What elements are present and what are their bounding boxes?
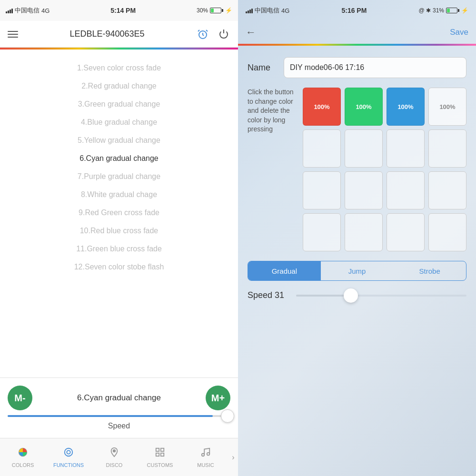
menu-button[interactable] — [8, 31, 18, 38]
left-status-right: 30% ⚡ — [197, 7, 232, 14]
function-item-1[interactable]: 1.Seven color cross fade — [0, 59, 238, 77]
right-carrier-label: 中国电信 — [255, 6, 279, 15]
color-cell-11[interactable] — [428, 171, 466, 209]
color-cell-13[interactable] — [345, 213, 383, 251]
function-item-6[interactable]: 6.Cyan gradual change — [0, 149, 238, 168]
color-cell-9[interactable] — [345, 171, 383, 209]
function-item-4[interactable]: 4.Blue gradual change — [0, 113, 238, 131]
nav-label-colors: COLORS — [12, 462, 34, 468]
function-item-3[interactable]: 3.Green gradual change — [0, 95, 238, 113]
mode-tabs: GradualJumpStrobe — [248, 261, 466, 281]
name-row: Name — [248, 57, 466, 78]
right-speed-label: Speed 31 — [248, 290, 290, 300]
right-status-right: @ ✱ 31% ⚡ — [418, 7, 468, 14]
function-item-7[interactable]: 7.Purple gradual change — [0, 168, 238, 186]
nav-item-functions[interactable]: FUNCTIONS — [46, 447, 91, 468]
left-header: LEDBLE-940063E5 — [0, 21, 238, 48]
back-button[interactable]: ← — [246, 26, 256, 39]
nav-item-disco[interactable]: DISCO — [91, 447, 137, 468]
color-cell-3[interactable]: 100% — [428, 88, 466, 126]
nav-label-disco: DISCO — [106, 462, 123, 468]
color-cell-6[interactable] — [387, 129, 425, 168]
right-panel: 中国电信 4G 5:16 PM @ ✱ 31% ⚡ ← Save Name — [238, 0, 476, 476]
speed-label: Speed — [108, 422, 130, 430]
right-header: ← Save — [238, 21, 476, 44]
battery-percent-label: 30% — [197, 7, 208, 14]
m-plus-button[interactable]: M+ — [206, 386, 230, 410]
nav-item-colors[interactable]: COLORS — [0, 447, 46, 468]
speed-slider[interactable] — [8, 415, 230, 417]
svg-rect-5 — [161, 448, 164, 451]
current-mode-label: 6.Cyan gradual change — [77, 393, 161, 403]
bolt-icon: ⚡ — [225, 7, 232, 14]
svg-point-3 — [113, 449, 116, 452]
color-cell-15[interactable] — [428, 213, 466, 251]
bottom-nav: COLORSFUNCTIONSDISCOCUSTOMSMUSIC› — [0, 438, 238, 476]
nav-icon-customs — [155, 447, 165, 460]
right-content: Name Click the button to change color an… — [238, 46, 476, 476]
color-section: Click the button to change color and del… — [248, 88, 466, 251]
m-minus-button[interactable]: M- — [8, 386, 32, 410]
color-cell-14[interactable] — [387, 213, 425, 251]
name-input[interactable] — [284, 57, 466, 78]
right-battery-label: 31% — [433, 7, 444, 14]
svg-rect-4 — [156, 448, 159, 451]
battery-icon — [210, 8, 223, 13]
function-list: 1.Seven color cross fade2.Red gradual ch… — [0, 50, 238, 377]
alarm-button[interactable] — [196, 28, 209, 41]
right-status-left: 中国电信 4G — [246, 6, 289, 15]
right-network-label: 4G — [281, 7, 289, 14]
color-cell-4[interactable] — [303, 129, 341, 168]
function-item-12[interactable]: 12.Seven color stobe flash — [0, 258, 238, 276]
signal-icon — [6, 8, 13, 13]
nav-label-functions: FUNCTIONS — [53, 462, 84, 468]
color-cell-7[interactable] — [428, 129, 466, 168]
color-cell-12[interactable] — [303, 213, 341, 251]
tab-jump[interactable]: Jump — [321, 261, 394, 280]
name-label: Name — [248, 63, 276, 73]
nav-label-customs: CUSTOMS — [147, 462, 173, 468]
right-battery-icon — [446, 8, 459, 13]
function-item-9[interactable]: 9.Red Green cross fade — [0, 204, 238, 222]
function-item-10[interactable]: 10.Red blue cross fade — [0, 222, 238, 240]
color-cell-10[interactable] — [387, 171, 425, 209]
power-button[interactable] — [217, 28, 230, 41]
color-cell-5[interactable] — [345, 129, 383, 168]
carrier-label: 中国电信 — [15, 6, 40, 15]
nav-icon-functions — [63, 447, 74, 460]
right-speed-slider[interactable] — [296, 295, 466, 297]
mode-controls-row: M- 6.Cyan gradual change M+ — [8, 386, 230, 410]
bottom-mode-section: M- 6.Cyan gradual change M+ Speed — [0, 377, 238, 438]
right-signal-icon — [246, 8, 253, 13]
svg-point-2 — [67, 450, 70, 454]
tab-strobe[interactable]: Strobe — [393, 261, 466, 280]
nav-label-music: MUSIC — [197, 462, 214, 468]
nav-item-customs[interactable]: CUSTOMS — [137, 447, 183, 468]
color-cell-0[interactable]: 100% — [303, 88, 341, 126]
time-label: 5:14 PM — [110, 7, 136, 14]
right-status-bar: 中国电信 4G 5:16 PM @ ✱ 31% ⚡ — [238, 0, 476, 21]
nav-icon-disco — [109, 447, 119, 460]
left-panel: 中国电信 4G 5:14 PM 30% ⚡ LEDBLE-940063E5 — [0, 0, 238, 476]
header-actions — [196, 28, 230, 41]
right-speed-section: Speed 31 — [248, 290, 466, 300]
function-item-2[interactable]: 2.Red gradual change — [0, 77, 238, 95]
function-item-11[interactable]: 11.Green blue cross fade — [0, 240, 238, 258]
function-item-5[interactable]: 5.Yellow gradual change — [0, 131, 238, 149]
save-button[interactable]: Save — [450, 28, 468, 37]
function-item-8[interactable]: 8.White gradual chage — [0, 186, 238, 204]
color-cell-2[interactable]: 100% — [387, 88, 425, 126]
color-cell-1[interactable]: 100% — [345, 88, 383, 126]
color-grid: 100%100%100%100% — [303, 88, 466, 251]
svg-point-1 — [65, 448, 73, 456]
svg-point-9 — [207, 452, 210, 455]
tab-gradual[interactable]: Gradual — [248, 261, 321, 280]
left-status-bar: 中国电信 4G 5:14 PM 30% ⚡ — [0, 0, 238, 21]
svg-rect-7 — [161, 453, 164, 456]
nav-item-music[interactable]: MUSIC — [183, 447, 228, 468]
svg-rect-6 — [156, 453, 159, 456]
nav-icon-colors — [18, 447, 28, 460]
device-title: LEDBLE-940063E5 — [69, 29, 144, 39]
svg-point-8 — [202, 453, 205, 456]
color-cell-8[interactable] — [303, 171, 341, 209]
